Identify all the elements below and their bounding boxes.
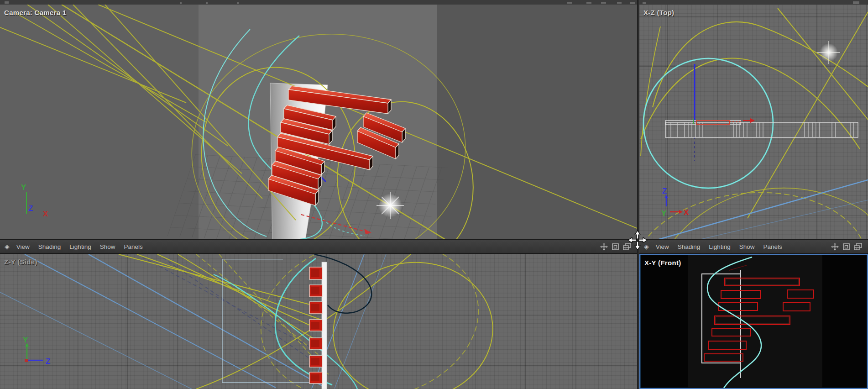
toggle-layout-icon[interactable] xyxy=(854,243,862,250)
menu-show[interactable]: Show xyxy=(99,242,116,251)
axis-indicator-side: Y Z xyxy=(23,336,50,366)
toolbar-bottom-left-viewport: ◈ View Shading Lighting Show Panels xyxy=(0,239,637,254)
clipped-diamond-icon xyxy=(5,1,9,4)
viewport-camera-perspective[interactable]: Camera: Camera 1 xyxy=(0,5,637,239)
light-source-glow-top[interactable] xyxy=(817,41,840,64)
clipped-maximize-icon xyxy=(601,2,606,4)
axis-x-origin xyxy=(25,359,28,362)
axis-y-label: Y xyxy=(21,183,26,192)
viewport-label-camera: Camera: Camera 1 xyxy=(4,9,67,16)
logo-wireframe-top[interactable] xyxy=(665,121,858,137)
axis-y-label: Y xyxy=(661,209,667,218)
clipped-move-icon xyxy=(567,2,572,4)
clipped-menu-text xyxy=(180,2,182,4)
viewport-toolbar-icons xyxy=(831,243,862,251)
toolbar-bottom-right-viewport: ◈ View Shading Lighting Show Panels xyxy=(639,239,868,254)
viewport-toolbar-icons xyxy=(600,243,631,251)
camera-scene: Y Z X xyxy=(0,5,637,239)
viewport-menu-diamond-icon[interactable]: ◈ xyxy=(644,243,649,250)
axis-indicator-top: Z X Y xyxy=(661,187,689,218)
hidden-edge xyxy=(729,265,747,270)
viewport-front-active[interactable]: X-Y (Front) xyxy=(639,254,868,389)
move-viewport-icon[interactable] xyxy=(831,243,839,251)
axis-z-label: Z xyxy=(662,187,667,195)
clipped-menu-text xyxy=(237,2,239,4)
menu-show[interactable]: Show xyxy=(739,242,755,251)
clipped-menu-text xyxy=(206,2,208,4)
maximize-viewport-icon[interactable] xyxy=(612,243,619,250)
spline-lines-blue xyxy=(659,180,868,239)
side-scene: Y Z xyxy=(0,254,637,389)
logo-wireframe-front[interactable] xyxy=(704,278,814,361)
viewport-side[interactable]: Z-Y (Side) xyxy=(0,254,637,389)
move-viewport-icon[interactable] xyxy=(600,243,608,251)
viewport-label-top: X-Z (Top) xyxy=(643,9,674,16)
axis-z-label: Z xyxy=(28,204,33,213)
menu-panels[interactable]: Panels xyxy=(123,242,143,251)
viewport-top[interactable]: X-Z (Top) xyxy=(639,5,868,239)
menu-lighting[interactable]: Lighting xyxy=(708,242,731,251)
top-scene: Z X Y xyxy=(639,5,868,239)
logo-side-view[interactable] xyxy=(309,262,327,389)
front-scene xyxy=(640,255,867,388)
menu-view[interactable]: View xyxy=(16,242,30,251)
axis-x-label: X xyxy=(43,210,48,218)
viewport-splitter[interactable] xyxy=(637,0,639,389)
toggle-layout-icon[interactable] xyxy=(623,243,631,250)
menu-view[interactable]: View xyxy=(655,242,669,251)
menu-shading[interactable]: Shading xyxy=(677,242,701,251)
axis-y-label: Y xyxy=(23,336,28,344)
viewport-label-front: X-Y (Front) xyxy=(644,259,681,267)
clipped-layout-icon xyxy=(617,2,622,4)
clipped-diamond-icon xyxy=(643,2,646,4)
menu-shading[interactable]: Shading xyxy=(38,242,62,251)
axis-z-label: Z xyxy=(46,357,50,366)
viewport-menu-diamond-icon[interactable]: ◈ xyxy=(5,243,10,250)
menu-panels[interactable]: Panels xyxy=(763,242,782,251)
clipped-layout-icon xyxy=(853,1,859,4)
menu-lighting[interactable]: Lighting xyxy=(69,242,91,251)
viewport-label-side: Z-Y (Side) xyxy=(4,258,37,266)
maximize-viewport-icon[interactable] xyxy=(843,243,850,250)
axis-x-label: X xyxy=(684,208,689,217)
clipped-move-icon xyxy=(586,2,591,4)
application-window: Camera: Camera 1 xyxy=(0,0,868,389)
clipped-layout-icon xyxy=(630,2,635,4)
axis-indicator-camera: Y Z X xyxy=(21,183,48,218)
spline-curves-cyan xyxy=(214,258,357,389)
